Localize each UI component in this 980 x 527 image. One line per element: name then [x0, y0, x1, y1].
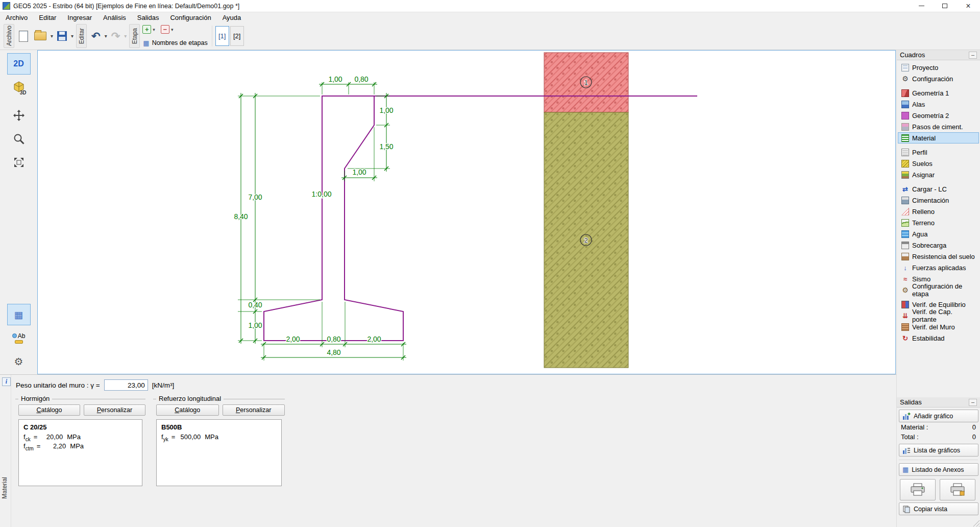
stage-names-button[interactable]: ▦ Nombres de etapas: [142, 39, 208, 47]
cuadros-item-perfil[interactable]: Perfil: [898, 147, 979, 158]
minimize-button[interactable]: [910, 0, 933, 12]
verify-bearing-icon: ⇊: [901, 312, 909, 320]
salidas-minimize-button[interactable]: –: [969, 399, 977, 406]
material-icon: [901, 134, 909, 142]
close-icon: ×: [966, 2, 970, 10]
redo-button[interactable]: ↷: [108, 26, 124, 46]
cuadros-minimize-button[interactable]: –: [969, 52, 977, 59]
expand-icon: [13, 156, 25, 170]
zoom-button[interactable]: [7, 129, 31, 150]
fit-view-button[interactable]: [7, 152, 31, 174]
pan-button[interactable]: [7, 105, 31, 127]
cuadros-item-relleno[interactable]: Relleno: [898, 206, 979, 217]
archivo-vertical-tab[interactable]: Archivo: [4, 24, 14, 48]
remove-stage-button[interactable]: −: [161, 25, 169, 34]
maximize-button[interactable]: [933, 0, 957, 12]
undo-dropdown[interactable]: ▾: [104, 33, 108, 39]
frames-manager-button[interactable]: ▦: [7, 304, 31, 325]
cuadros-item-terreno[interactable]: Terreno: [898, 217, 979, 228]
print-button[interactable]: [900, 479, 936, 500]
menu-configuracion[interactable]: Configuración: [164, 12, 216, 22]
add-graphic-button[interactable]: Añadir gráfico: [899, 410, 978, 422]
open-file-button[interactable]: [31, 26, 50, 46]
svg-text:1,50: 1,50: [379, 142, 393, 151]
menu-analisis[interactable]: Análisis: [97, 12, 132, 22]
add-stage-dropdown[interactable]: ▾: [152, 27, 156, 32]
cuadros-item-resistencia-del-suelo[interactable]: Resistencia del suelo: [898, 251, 979, 262]
copy-icon: [902, 505, 911, 513]
drawing-settings-button[interactable]: Ab: [7, 327, 31, 349]
verify-equilibrium-icon: [901, 301, 909, 308]
stage-tab-1[interactable]: [1]: [215, 26, 229, 46]
redo-dropdown[interactable]: ▾: [123, 33, 128, 39]
stage-tab-2[interactable]: [2]: [230, 26, 244, 46]
geometry1-icon: [901, 89, 909, 97]
yellow-bar-icon: [15, 340, 23, 344]
foundation-steps-icon: [901, 123, 909, 131]
save-dropdown[interactable]: ▾: [70, 33, 75, 39]
cuadros-item-proyecto[interactable]: Proyecto: [898, 62, 979, 73]
svg-text:1,00: 1,00: [352, 168, 366, 176]
svg-text:1,00: 1,00: [379, 106, 393, 114]
unit-weight-row: Peso unitario del muro : γ = [kN/m³]: [16, 379, 174, 391]
concrete-catalog-button[interactable]: Catálogo: [18, 404, 80, 416]
cuadros-item-material[interactable]: Material: [898, 132, 979, 143]
annex-grid-icon: ▦: [902, 466, 909, 473]
cuadros-item-fuerzas-aplicadas[interactable]: ↓Fuerzas aplicadas: [898, 262, 979, 273]
cuadros-item-sobrecarga[interactable]: Sobrecarga: [898, 239, 979, 251]
foundation-icon: [901, 197, 909, 204]
cuadros-item-cimentacion[interactable]: Cimentación: [898, 195, 979, 206]
app-icon: [3, 2, 10, 10]
save-button[interactable]: [54, 26, 70, 46]
drawing-canvas[interactable]: 1,00 0,80 1,00 1,50 1,00 7,00 8,40 0,40 …: [37, 50, 896, 374]
print-settings-button[interactable]: [940, 479, 975, 500]
new-file-button[interactable]: [16, 26, 31, 46]
applied-forces-icon: ↓: [901, 264, 909, 272]
cuadros-item-geometria-1[interactable]: Geometría 1: [898, 87, 979, 99]
wings-icon: [901, 101, 909, 108]
profile-icon: [901, 149, 909, 156]
copy-view-button[interactable]: Copiar vista: [899, 502, 978, 515]
cuadros-item-estabilidad[interactable]: ↻Estabilidad: [898, 332, 979, 344]
info-button[interactable]: i: [2, 377, 11, 386]
cuadros-item-cargar-lc[interactable]: ⇄Cargar - LC: [898, 183, 979, 195]
cuadros-item-suelos[interactable]: Suelos: [898, 158, 979, 169]
rebar-custom-button[interactable]: Personalizar: [223, 404, 285, 416]
menu-ingresar[interactable]: Ingresar: [62, 12, 97, 22]
remove-stage-dropdown[interactable]: ▾: [170, 27, 175, 32]
undo-button[interactable]: ↶: [88, 26, 104, 46]
cuadros-item-configuracion[interactable]: ⚙Configuración: [898, 73, 979, 84]
svg-text:1,00: 1,00: [328, 75, 342, 83]
frame-tab-material[interactable]: Material: [1, 477, 8, 499]
menu-salidas[interactable]: Salidas: [132, 12, 165, 22]
menu-ayuda[interactable]: Ayuda: [217, 12, 247, 22]
editar-vertical-tab[interactable]: Editar: [76, 24, 87, 48]
cuadros-item-configuracion-de-etapa[interactable]: ⚙Configuración de etapa: [898, 284, 979, 296]
new-file-icon: [19, 31, 28, 42]
cuadros-item-geometria-2[interactable]: Geometría 2: [898, 110, 979, 121]
view-3d-button[interactable]: 3D: [7, 77, 31, 98]
cuadros-header: Cuadros –: [897, 50, 980, 60]
unit-weight-input[interactable]: [104, 379, 148, 391]
graphics-list-button[interactable]: Lista de gráficos: [899, 444, 978, 457]
menu-archivo[interactable]: Archivo: [0, 12, 33, 22]
etapa-vertical-tab[interactable]: Etapa: [129, 24, 140, 48]
rebar-legend: Refuerzo longitudinal: [156, 395, 224, 402]
annex-list-button[interactable]: ▦ Listado de Anexos: [899, 463, 978, 476]
cuadros-item-verif-de-cap-portante[interactable]: ⇊Verif. de Cap. portante: [898, 310, 979, 321]
cuadros-item-agua[interactable]: Agua: [898, 228, 979, 239]
options-button[interactable]: ⚙: [7, 351, 31, 372]
cuadros-item-alas[interactable]: Alas: [898, 99, 979, 110]
open-file-dropdown[interactable]: ▾: [50, 33, 54, 39]
menu-editar[interactable]: Editar: [33, 12, 62, 22]
cuadros-item-asignar[interactable]: Asignar: [898, 169, 979, 180]
cuadros-item-pasos-de-ciment[interactable]: Pasos de ciment.: [898, 121, 979, 132]
witness-lines: [238, 82, 403, 361]
close-button[interactable]: ×: [957, 0, 980, 12]
dimension-labels: 1,00 0,80 1,00 1,50 1,00 7,00 8,40 0,40 …: [234, 75, 393, 356]
svg-text:2,00: 2,00: [286, 335, 300, 343]
rebar-catalog-button[interactable]: Catálogo: [156, 404, 219, 416]
concrete-custom-button[interactable]: Personalizar: [84, 404, 145, 416]
view-2d-button[interactable]: 2D: [7, 53, 31, 75]
add-stage-button[interactable]: +: [142, 25, 151, 34]
